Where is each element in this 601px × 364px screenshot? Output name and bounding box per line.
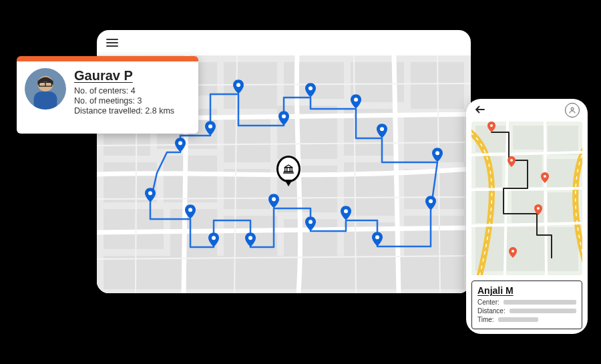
svg-rect-46 <box>34 92 57 110</box>
map-pin[interactable] <box>208 232 219 247</box>
center-marker[interactable] <box>276 156 300 186</box>
map-pin[interactable] <box>351 94 361 109</box>
placeholder-bar <box>504 300 576 305</box>
meetings-label: No. of meetings: <box>74 96 135 106</box>
distance-label: Distance travelled: <box>74 106 143 116</box>
phone-map-background <box>471 122 582 275</box>
map-pin[interactable] <box>205 121 216 136</box>
svg-point-31 <box>344 209 348 213</box>
agent-info: Gaurav P No. of centers: 4 No. of meetin… <box>74 68 190 116</box>
phone-toolbar <box>466 99 588 122</box>
profile-icon[interactable] <box>565 103 580 118</box>
svg-point-33 <box>429 199 433 203</box>
menu-icon[interactable] <box>106 39 118 47</box>
svg-point-29 <box>272 197 276 201</box>
agent-distance-line: Distance travelled: 2.8 kms <box>74 106 190 116</box>
map-pin[interactable] <box>341 206 351 220</box>
svg-point-28 <box>248 236 252 240</box>
map-pin[interactable] <box>185 204 196 219</box>
agent-info-card[interactable]: Gaurav P No. of centers: 4 No. of meetin… <box>17 56 198 134</box>
placeholder-bar <box>498 317 538 322</box>
centers-label: No. of centers: <box>74 86 128 96</box>
agent-meetings-line: No. of meetings: 3 <box>74 96 190 106</box>
phone-distance-row: Distance: <box>477 307 576 315</box>
agent-avatar <box>25 68 66 110</box>
map-pin[interactable] <box>425 196 436 210</box>
map-pin[interactable] <box>175 138 186 152</box>
svg-point-64 <box>537 207 540 210</box>
phone-distance-label: Distance: <box>477 307 506 315</box>
map-pin[interactable] <box>278 111 289 126</box>
desktop-toolbar <box>97 30 471 55</box>
map-pin[interactable] <box>541 172 549 183</box>
bank-icon <box>276 156 300 182</box>
svg-point-62 <box>510 159 513 162</box>
svg-point-40 <box>208 124 212 128</box>
agent-centers-line: No. of centers: 4 <box>74 86 190 96</box>
svg-point-30 <box>309 220 313 224</box>
svg-point-38 <box>282 114 286 118</box>
svg-point-41 <box>178 141 182 145</box>
phone-agent-name: Anjali M <box>477 285 576 296</box>
svg-point-42 <box>188 208 192 212</box>
svg-point-27 <box>212 236 216 240</box>
svg-point-37 <box>309 86 313 90</box>
map-pin[interactable] <box>534 204 542 215</box>
map-pin[interactable] <box>377 124 387 138</box>
map-pin[interactable] <box>145 188 156 202</box>
svg-rect-52 <box>513 126 544 150</box>
phone-time-row: Time: <box>477 316 576 323</box>
map-pin[interactable] <box>509 247 517 258</box>
agent-name: Gaurav P <box>74 68 190 83</box>
back-icon[interactable] <box>474 104 486 118</box>
map-pin[interactable] <box>508 156 516 167</box>
svg-point-34 <box>435 151 439 155</box>
svg-point-36 <box>354 98 358 102</box>
svg-point-32 <box>375 235 379 239</box>
distance-value: 2.8 kms <box>145 106 174 116</box>
meetings-value: 3 <box>138 96 142 106</box>
phone-center-label: Center: <box>477 299 499 306</box>
svg-point-65 <box>512 250 514 252</box>
svg-point-63 <box>544 175 546 178</box>
map-pin[interactable] <box>305 216 316 231</box>
svg-point-61 <box>490 124 493 127</box>
phone-mockup: Anjali M Center: Distance: Time: <box>466 99 588 334</box>
phone-agent-card[interactable]: Anjali M Center: Distance: Time: <box>471 281 582 329</box>
svg-point-39 <box>236 83 240 87</box>
svg-point-26 <box>148 191 152 195</box>
map-pin[interactable] <box>233 79 244 94</box>
map-pin[interactable] <box>245 232 256 247</box>
phone-map[interactable] <box>471 122 582 275</box>
phone-center-row: Center: <box>477 299 576 306</box>
placeholder-bar <box>510 309 576 313</box>
map-pin[interactable] <box>268 194 279 208</box>
svg-rect-53 <box>548 126 578 155</box>
svg-point-49 <box>571 108 574 110</box>
phone-time-label: Time: <box>477 316 494 323</box>
map-pin[interactable] <box>432 148 443 162</box>
map-pin[interactable] <box>305 83 316 98</box>
svg-point-35 <box>380 127 384 131</box>
map-pin[interactable] <box>487 122 495 132</box>
map-pin[interactable] <box>372 232 383 246</box>
centers-value: 4 <box>131 86 136 96</box>
